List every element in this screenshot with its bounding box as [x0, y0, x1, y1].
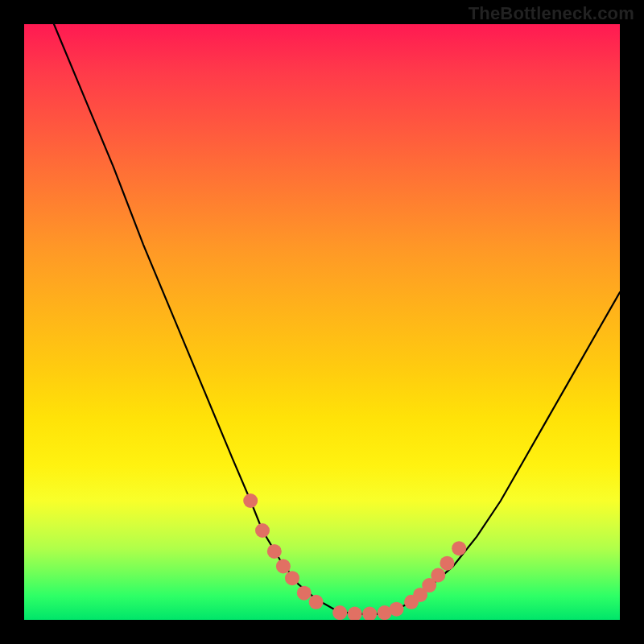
curve-marker — [348, 607, 362, 620]
curve-marker — [332, 605, 347, 620]
curve-marker — [243, 493, 258, 508]
curve-marker — [452, 541, 466, 555]
curve-marker — [362, 607, 377, 620]
plot-area — [24, 24, 620, 620]
bottleneck-curve — [54, 24, 620, 614]
curve-marker — [285, 571, 299, 585]
curve-marker — [255, 523, 270, 538]
watermark-text: TheBottleneck.com — [469, 3, 634, 24]
curve-marker — [297, 586, 312, 601]
bottleneck-curve-svg — [24, 24, 620, 620]
curve-marker — [276, 559, 291, 573]
marker-layer — [243, 493, 466, 620]
chart-container: TheBottleneck.com — [0, 0, 644, 644]
curve-marker — [267, 544, 282, 559]
curve-marker — [431, 568, 445, 583]
curve-marker — [440, 556, 454, 571]
curve-marker — [309, 595, 324, 609]
curve-marker — [390, 602, 404, 617]
